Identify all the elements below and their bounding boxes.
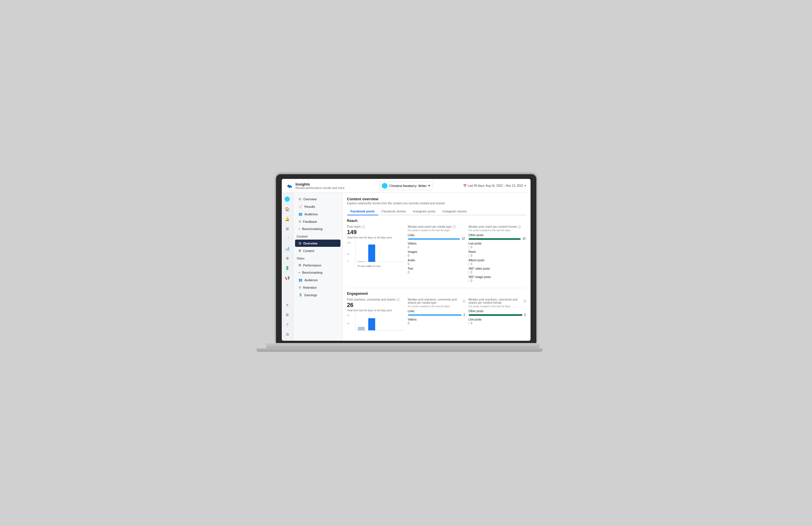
- icon-add[interactable]: ⊕: [283, 254, 291, 262]
- sidebar-item-content[interactable]: ⊞ Content: [295, 247, 340, 254]
- icon-ads[interactable]: 📢: [283, 274, 291, 282]
- eng-hbar-other: Other posts 2: [469, 310, 526, 316]
- sidebar-item-content-overview[interactable]: ◎ Overview: [295, 240, 340, 247]
- eng-hbar-live: Live posts | 0: [469, 318, 526, 325]
- content-section-label: Content: [293, 232, 342, 239]
- sidebar-item-video-audience[interactable]: 👥 Audience: [295, 276, 340, 284]
- benchmarking-icon: ≈: [299, 227, 300, 231]
- performance-icon: ⊞: [299, 263, 301, 267]
- overview-icon: ◎: [299, 197, 301, 201]
- panel-title: Content overview: [347, 197, 526, 201]
- app-title: Insights: [296, 182, 345, 186]
- sidebar-item-overview[interactable]: ◎ Overview: [295, 195, 340, 202]
- icon-home[interactable]: 🏠: [283, 205, 291, 213]
- tab-fb-posts[interactable]: Facebook posts: [347, 208, 378, 215]
- date-range[interactable]: 📅 Last 90 days: Aug 16, 2022 – Nov 13, 2…: [463, 184, 526, 187]
- eng-median-type-info-icon[interactable]: i: [463, 300, 465, 303]
- median-type-sublabel: For posts created in the last 90 days: [408, 229, 465, 232]
- bar-prior-group: [358, 261, 365, 262]
- sidebar-label-content-overview: Overview: [303, 242, 318, 245]
- sidebar-label-benchmarking: Benchmarking: [302, 227, 322, 231]
- eng-hbar-fill-links: [408, 314, 462, 316]
- median-by-format-card: Median post reach per content format i F…: [469, 225, 526, 284]
- eng-hbar-track-links: [408, 314, 462, 316]
- bar-prior: [358, 261, 365, 262]
- icon-notifications[interactable]: 🔔: [283, 215, 291, 223]
- eng-median-by-format-card: Median post reactions, comments and shar…: [469, 298, 526, 336]
- sidebar-item-performance[interactable]: ⊞ Performance: [295, 261, 340, 269]
- bar-recent: [368, 244, 375, 262]
- eng-chart-y-25: 25: [347, 314, 350, 317]
- hbar-audio: Audio 0: [408, 259, 465, 266]
- engagement-chart: 25 20: [347, 314, 404, 336]
- hbar-links: Links 37: [408, 234, 465, 240]
- hbar-reels: Reels | 0: [469, 250, 526, 257]
- sidebar-label-video-audience: Audience: [305, 278, 318, 282]
- video-audience-icon: 👥: [299, 278, 303, 282]
- icon-monetize[interactable]: 💲: [283, 264, 291, 272]
- sidebar-item-audience[interactable]: 👥 Audience: [295, 210, 340, 217]
- main-content: 🏠 🔔 ⊞ 📄 📊 ⊕ 💲 📢 ≡ ⚙ ? ⧉: [282, 193, 531, 341]
- laptop-base: [266, 343, 539, 348]
- user-avatar: [382, 183, 388, 189]
- post-reach-label: Post reach i: [347, 225, 404, 228]
- post-reach-info-icon[interactable]: i: [362, 225, 365, 228]
- sidebar-item-results[interactable]: 📈 Results: [295, 203, 340, 210]
- user-selector[interactable]: Christina Newberry: Writer ▾: [379, 181, 433, 190]
- hbar-360-video: 360° video posts | 0: [469, 267, 526, 274]
- hbar-track-other: [469, 238, 521, 240]
- hbar-other-posts: Other posts 37: [469, 234, 526, 240]
- icon-pages[interactable]: 📄: [283, 235, 291, 242]
- icon-settings[interactable]: ⚙: [283, 311, 291, 319]
- engagement-chart-area: [355, 314, 404, 331]
- reach-section-title: Reach: [347, 219, 526, 223]
- tab-fb-stories[interactable]: Facebook stories: [378, 208, 409, 215]
- content-tabs: Facebook posts Facebook stories Instagra…: [347, 208, 526, 215]
- sidebar-item-retention[interactable]: ⊙ Retention: [295, 284, 340, 291]
- hbar-album-posts: Album posts | 0: [469, 259, 526, 266]
- engagement-label: Post reactions, comments and shares i: [347, 298, 404, 301]
- audience-icon: 👥: [299, 212, 303, 216]
- sidebar-item-video-benchmarking[interactable]: ≈ Benchmarking: [295, 269, 340, 276]
- median-type-info-icon[interactable]: i: [453, 225, 455, 228]
- icon-collapse[interactable]: ⧉: [283, 330, 291, 339]
- tab-ig-stories[interactable]: Instagram stories: [439, 208, 470, 215]
- laptop-screen: Insights Review performance results and …: [282, 179, 531, 341]
- sidebar-item-earnings[interactable]: 💲 Earnings: [295, 291, 340, 299]
- eng-median-format-label: Median post reactions, comments and shar…: [469, 298, 526, 304]
- results-icon: 📈: [299, 205, 303, 208]
- eng-hbar-track-other: [469, 314, 522, 316]
- engagement-section-title: Engagement: [347, 291, 526, 296]
- post-reach-note: Total from last 90 days vs 90 days prior: [347, 236, 404, 239]
- sidebar-item-benchmarking[interactable]: ≈ Benchmarking: [295, 225, 340, 232]
- content-icon: ⊞: [299, 249, 301, 253]
- top-bar: Insights Review performance results and …: [282, 179, 531, 193]
- icon-insights[interactable]: 📊: [283, 244, 291, 252]
- eng-median-format-info-icon[interactable]: i: [524, 300, 526, 303]
- meta-logo-icon: [286, 183, 293, 189]
- sidebar-label-audience: Audience: [305, 212, 318, 216]
- sidebar-label-retention: Retention: [303, 286, 317, 289]
- engagement-card: Post reactions, comments and shares i 26…: [347, 298, 404, 336]
- engagement-value: 26: [347, 302, 404, 309]
- reach-chart-area: [355, 241, 404, 262]
- icon-menu[interactable]: ≡: [283, 301, 291, 309]
- date-range-text: Last 90 days: Aug 16, 2022 – Nov 13, 202…: [468, 184, 523, 187]
- feedback-icon: ⊙: [299, 220, 301, 223]
- chart-y-0: 0: [347, 259, 348, 262]
- date-dropdown-icon: ▾: [524, 184, 526, 187]
- top-bar-left: Insights Review performance results and …: [286, 182, 379, 190]
- sidebar-item-feedback[interactable]: ⊙ Feedback: [295, 218, 340, 225]
- earnings-icon: 💲: [299, 293, 303, 297]
- x-label-prior: 90 days prior: [358, 265, 364, 267]
- median-format-label: Median post reach per content format i: [469, 225, 526, 228]
- icon-help[interactable]: ?: [283, 320, 291, 329]
- eng-median-type-label: Median post reactions, comments and shar…: [408, 298, 465, 304]
- tab-ig-posts[interactable]: Instagram posts: [409, 208, 439, 215]
- engagement-info-icon[interactable]: i: [396, 298, 400, 301]
- icon-grid[interactable]: ⊞: [283, 225, 291, 232]
- icon-profile[interactable]: [283, 195, 291, 203]
- median-type-label: Median post reach per media type i: [408, 225, 465, 228]
- median-format-info-icon[interactable]: i: [518, 225, 521, 228]
- eng-hbar-videos: Videos 0: [408, 318, 465, 325]
